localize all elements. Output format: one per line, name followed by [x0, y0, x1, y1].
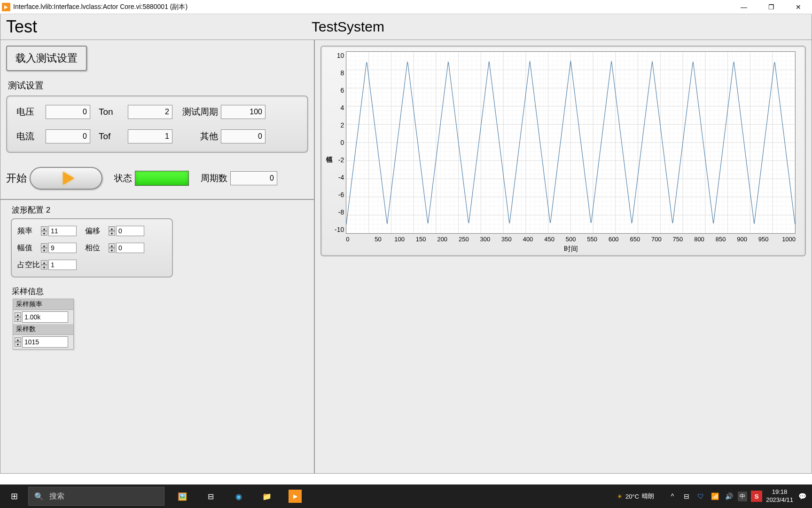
sample-count-input[interactable]	[22, 336, 68, 348]
status-led	[135, 171, 189, 186]
status-label: 状态	[114, 172, 132, 184]
voltage-label: 电压	[16, 106, 46, 118]
period-label: 测试周期	[181, 106, 221, 118]
offset-down[interactable]: ▼	[109, 231, 115, 236]
x-axis-label: 时间	[346, 245, 796, 254]
edge-icon[interactable]: ◉	[225, 484, 253, 508]
page-title: Test	[6, 17, 312, 37]
plot-area	[346, 51, 796, 234]
ime-indicator[interactable]: 中	[738, 492, 747, 501]
sample-rate-up[interactable]: ▲	[15, 312, 21, 317]
y-axis: 1086420-2-4-6-8-10	[335, 52, 346, 226]
maximize-button[interactable]: ❐	[757, 0, 785, 14]
task-view-button[interactable]: ⊟	[196, 484, 225, 508]
amp-up[interactable]: ▲	[41, 243, 47, 248]
play-icon	[63, 172, 74, 185]
minimize-button[interactable]: —	[730, 0, 757, 14]
other-input[interactable]	[221, 129, 265, 143]
phase-up[interactable]: ▲	[109, 243, 115, 248]
x-axis: 0501001502002503003504004505005506006507…	[346, 236, 796, 243]
sun-icon: ☀	[617, 493, 623, 500]
freq-up[interactable]: ▲	[41, 226, 47, 231]
start-menu-button[interactable]: ⊞	[0, 484, 28, 508]
cycle-count-input[interactable]	[230, 171, 277, 185]
date-text: 2023/4/11	[766, 496, 793, 504]
weather-temp: 20°C	[625, 493, 639, 500]
sogou-icon[interactable]: S	[751, 491, 762, 502]
start-label: 开始	[6, 171, 27, 185]
current-label: 电流	[16, 130, 46, 143]
explorer-icon[interactable]: 📁	[253, 484, 281, 508]
freq-label: 频率	[17, 226, 41, 236]
app-header: Test TestSystem	[0, 14, 812, 40]
phase-label: 相位	[85, 243, 109, 253]
start-button[interactable]	[30, 167, 102, 190]
load-settings-button[interactable]: 载入测试设置	[6, 46, 87, 71]
cycle-count-label: 周期数	[201, 172, 227, 184]
taskbar: ⊞ 🔍 搜索 🖼️ ⊟ ◉ 📁 ▶ ☀ 20°C 晴朗 ^ ⊟ 🛡 📶 🔊 中 …	[0, 484, 812, 508]
volume-icon[interactable]: 🔊	[724, 492, 734, 500]
freq-input[interactable]	[48, 226, 77, 236]
sample-count-down[interactable]: ▼	[15, 342, 21, 347]
labview-icon[interactable]: ▶	[281, 484, 309, 508]
phase-down[interactable]: ▼	[109, 248, 115, 253]
tray-chevron-icon[interactable]: ^	[667, 492, 678, 500]
taskbar-app-1[interactable]: 🖼️	[168, 484, 196, 508]
offset-up[interactable]: ▲	[109, 226, 115, 231]
notifications-icon[interactable]: 💬	[797, 492, 807, 500]
sample-rate-input[interactable]	[22, 311, 68, 323]
divider	[0, 199, 314, 200]
waveform-chart[interactable]: 幅值 1086420-2-4-6-8-10 050100150200250300…	[320, 46, 806, 256]
offset-input[interactable]	[116, 226, 144, 236]
other-label: 其他	[181, 130, 221, 143]
ton-input[interactable]	[128, 105, 172, 119]
app-icon	[2, 3, 10, 11]
sample-count-label: 采样数	[13, 324, 73, 335]
sample-count-up[interactable]: ▲	[15, 337, 21, 342]
duty-input[interactable]	[48, 260, 77, 270]
clock[interactable]: 19:18 2023/4/11	[766, 488, 793, 504]
weather-cond: 晴朗	[642, 492, 654, 500]
sample-info-label: 采样信息	[12, 286, 308, 297]
sample-rate-label: 采样频率	[13, 299, 73, 310]
amp-down[interactable]: ▼	[41, 248, 47, 253]
window-titlebar: Interface.lvlib:Interface.lvclass:Actor …	[0, 0, 812, 14]
left-panel: 载入测试设置 测试设置 电压 Ton 测试周期 电流	[0, 40, 315, 473]
window-controls: — ❐ ✕	[730, 0, 812, 14]
period-input[interactable]	[221, 105, 265, 119]
system-title: TestSystem	[312, 19, 384, 35]
freq-down[interactable]: ▼	[41, 231, 47, 236]
amp-input[interactable]	[48, 243, 77, 253]
amp-label: 幅值	[17, 243, 41, 253]
close-button[interactable]: ✕	[785, 0, 812, 14]
ton-label: Ton	[99, 107, 128, 117]
duty-label: 占空比	[17, 260, 41, 270]
main-content: 载入测试设置 测试设置 电压 Ton 测试周期 电流	[0, 40, 812, 474]
duty-down[interactable]: ▼	[41, 265, 47, 270]
tof-input[interactable]	[128, 129, 172, 143]
sample-rate-down[interactable]: ▼	[15, 317, 21, 322]
window-title: Interface.lvlib:Interface.lvclass:Actor …	[13, 3, 730, 11]
offset-label: 偏移	[85, 226, 109, 236]
test-settings-label: 测试设置	[8, 79, 308, 92]
tof-label: Tof	[99, 131, 128, 142]
start-row: 开始 状态 周期数	[6, 167, 308, 190]
current-input[interactable]	[46, 129, 90, 143]
wave-config-box: 频率 ▲▼ 偏移 ▲▼ 幅值	[11, 218, 173, 278]
search-placeholder: 搜索	[49, 492, 64, 501]
search-icon: 🔍	[34, 492, 44, 501]
wifi-icon[interactable]: 📶	[710, 492, 720, 500]
test-settings-box: 电压 Ton 测试周期 电流 Tof	[6, 95, 308, 153]
weather-widget[interactable]: ☀ 20°C 晴朗	[617, 492, 654, 500]
time-text: 19:18	[766, 488, 793, 496]
tray-app-icon[interactable]: ⊟	[681, 492, 692, 500]
sample-info-box: 采样频率 ▲▼ 采样数 ▲▼	[13, 299, 74, 349]
duty-up[interactable]: ▲	[41, 260, 47, 265]
wave-config-label: 波形配置 2	[12, 205, 308, 215]
phase-input[interactable]	[116, 243, 144, 253]
security-icon[interactable]: 🛡	[695, 492, 706, 500]
voltage-input[interactable]	[46, 105, 90, 119]
taskbar-search[interactable]: 🔍 搜索	[28, 487, 164, 506]
right-panel: 幅值 1086420-2-4-6-8-10 050100150200250300…	[315, 40, 812, 473]
